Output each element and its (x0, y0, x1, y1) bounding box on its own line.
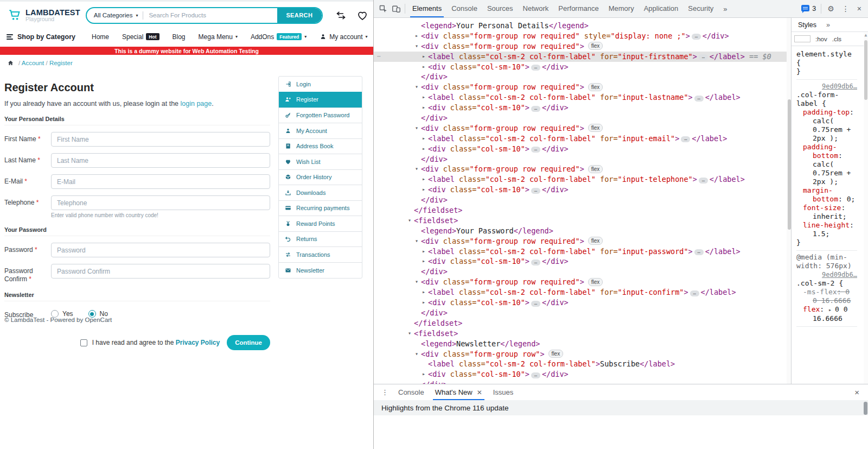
login-page-link[interactable]: login page (181, 100, 212, 107)
stylesheet-link[interactable]: 9ed09db6… (796, 270, 857, 279)
tree-row[interactable]: ▸<div class="col-sm-10">…</div> (374, 256, 792, 267)
account-menu-item-returns[interactable]: Returns (279, 232, 362, 248)
wishlist-heart-icon[interactable] (356, 10, 368, 21)
tree-row[interactable]: ▸<label class="col-sm-2 col-form-label" … (374, 287, 792, 298)
drawer-scrollbar-thumb[interactable] (864, 402, 867, 415)
tree-row[interactable]: ▸<div class="col-sm-10">…</div> (374, 103, 792, 113)
home-icon[interactable] (7, 60, 14, 66)
tree-row[interactable]: </fieldset> (374, 205, 792, 216)
expand-arrow-icon[interactable]: ▸ (420, 287, 427, 298)
css-rule[interactable]: 9ed09db6….col-form-label {padding-top: c… (796, 80, 857, 251)
flex-badge[interactable]: flex (588, 83, 603, 91)
flex-badge[interactable]: flex (588, 165, 603, 173)
inline-expand-icon[interactable]: … (531, 372, 540, 378)
expand-arrow-icon[interactable]: ▸ (420, 246, 427, 257)
tree-row[interactable]: ▸<div class="col-sm-10">…</div> (374, 144, 792, 154)
privacy-policy-checkbox[interactable] (80, 339, 87, 346)
inline-expand-icon[interactable]: … (694, 96, 704, 102)
tree-row[interactable]: ▸<label class="col-sm-2 col-form-label" … (374, 134, 792, 144)
flex-badge[interactable]: flex (588, 278, 603, 286)
tree-row[interactable]: <label class="col-sm-2 col-form-label">S… (374, 359, 792, 369)
tree-row[interactable]: </div> (374, 72, 792, 82)
drawer-tab-issues[interactable]: Issues (488, 384, 519, 400)
expand-arrow-icon[interactable]: ▸ (420, 103, 427, 113)
tab-styles[interactable]: Styles (798, 21, 816, 29)
inline-expand-icon[interactable]: … (531, 301, 540, 307)
inline-expand-icon[interactable]: … (694, 249, 704, 255)
tree-row[interactable]: ▸<div class="form-group row required" st… (374, 31, 792, 41)
tree-row[interactable]: </div> (374, 267, 792, 277)
inline-expand-icon[interactable]: … (681, 136, 690, 142)
inline-expand-icon[interactable]: … (699, 54, 708, 60)
tree-row[interactable]: ▾<div class="form-group row">flex (374, 349, 792, 359)
devtools-close-icon[interactable]: × (853, 4, 865, 13)
compare-icon[interactable] (335, 10, 347, 21)
flex-badge[interactable]: flex (588, 237, 603, 245)
tree-row[interactable]: ▾<div class="form-group row required">fl… (374, 236, 792, 246)
account-menu-item-address-book[interactable]: Address Book (279, 139, 362, 155)
settings-gear-icon[interactable]: ⚙ (824, 4, 838, 13)
field-input-e-mail[interactable] (51, 174, 270, 189)
tree-row[interactable]: </fieldset> (374, 318, 792, 328)
pseudo-state-button[interactable]: :hov (815, 36, 827, 42)
tree-row[interactable]: ▸<div class="col-sm-10">…</div> (374, 185, 792, 195)
field-input-telephone[interactable] (51, 195, 270, 210)
nav-item-home[interactable]: Home (92, 33, 109, 41)
styles-filter-input[interactable] (794, 35, 810, 42)
collapse-arrow-icon[interactable]: ▾ (413, 277, 420, 287)
inline-expand-icon[interactable]: … (531, 106, 540, 112)
drawer-menu-kebab-icon[interactable]: ⋮ (377, 388, 393, 396)
collapse-arrow-icon[interactable]: ▾ (413, 164, 420, 174)
collapse-arrow-icon[interactable]: ▾ (406, 216, 413, 226)
devtools-tab-security[interactable]: Security (683, 0, 718, 17)
collapse-arrow-icon[interactable]: ▾ (413, 41, 420, 52)
tree-row[interactable]: </div> (374, 195, 792, 205)
tab-close-icon[interactable]: ✕ (477, 389, 482, 396)
tree-row[interactable]: ▾<div class="form-group row required">fl… (374, 82, 792, 92)
account-menu-item-reward-points[interactable]: Reward Points (279, 216, 362, 232)
expand-arrow-icon[interactable]: ▸ (420, 256, 427, 267)
tree-row[interactable]: ▾<div class="form-group row required">fl… (374, 277, 792, 287)
collapse-arrow-icon[interactable]: ▾ (413, 123, 420, 134)
more-tabs-chevron[interactable]: » (718, 5, 732, 13)
tree-row[interactable]: ▾<fieldset> (374, 216, 792, 226)
nav-item-my-account[interactable]: My account▾ (320, 33, 367, 41)
tree-row[interactable]: ▸<div class="col-sm-10">…</div> (374, 62, 792, 72)
account-menu-item-forgotten-password[interactable]: Forgotten Password (279, 108, 362, 124)
tree-row[interactable]: </div> (374, 113, 792, 123)
css-property[interactable]: padding-top: calc( 0.75rem + 2px ); (796, 108, 857, 143)
tree-row[interactable]: ▾<div class="form-group row required">fl… (374, 123, 792, 134)
device-toolbar-icon[interactable] (390, 2, 403, 15)
stylesheet-link[interactable]: 9ed09db6… (796, 82, 857, 91)
site-logo[interactable]: LAMBDATEST Playground (7, 8, 80, 22)
expand-arrow-icon[interactable]: ▸ (420, 185, 427, 195)
devtools-tab-console[interactable]: Console (446, 0, 482, 17)
tree-row[interactable]: ▸<label class="col-sm-2 col-form-label" … (374, 92, 792, 103)
devtools-tab-performance[interactable]: Performance (553, 0, 603, 17)
flex-badge[interactable]: flex (548, 350, 564, 358)
collapse-arrow-icon[interactable]: ▾ (413, 349, 420, 359)
field-input-last-name[interactable] (51, 153, 270, 168)
expand-arrow-icon[interactable]: ▸ (420, 52, 427, 62)
search-button[interactable]: SEARCH (277, 7, 322, 24)
css-property[interactable]: padding-bottom: calc( 0.75rem + 2px ); (796, 143, 857, 186)
expand-arrow-icon[interactable]: ▸ (420, 174, 427, 185)
devtools-tab-memory[interactable]: Memory (604, 0, 639, 17)
breadcrumb-link-register[interactable]: Register (49, 60, 73, 66)
tree-row[interactable]: ▸<div class="col-sm-10">…</div> (374, 369, 792, 380)
class-toggle-button[interactable]: .cls (832, 36, 841, 42)
privacy-policy-link[interactable]: Privacy Policy (176, 339, 220, 346)
css-property[interactable]: font-size: inherit; (796, 204, 857, 221)
collapse-arrow-icon[interactable]: ▾ (413, 82, 420, 92)
flex-badge[interactable]: flex (588, 42, 603, 50)
css-property[interactable]: flex: ▸ 0 0 16.6666 (796, 305, 857, 323)
nav-item-addons[interactable]: AddOnsFeatured▾ (251, 33, 307, 41)
expand-arrow-icon[interactable]: ▸ (420, 298, 427, 308)
tree-row[interactable]: <legend>Newsletter</legend> (374, 339, 792, 349)
drawer-tab-what-s-new[interactable]: What's New✕ (430, 384, 488, 400)
drawer-close-icon[interactable]: × (849, 388, 865, 397)
styles-scrollbar[interactable]: ▲ (864, 33, 868, 401)
category-dropdown[interactable]: All Categories ▾ (87, 12, 143, 18)
sidebar-more-chevron[interactable]: » (826, 21, 830, 29)
expand-value-arrow-icon[interactable]: ▸ (828, 307, 835, 313)
